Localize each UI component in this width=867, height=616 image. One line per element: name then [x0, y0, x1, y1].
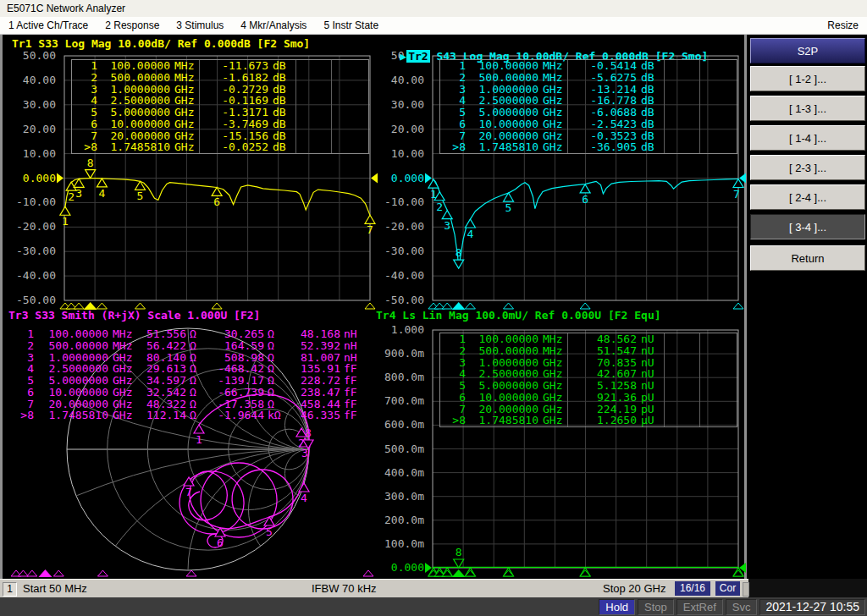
marker-label: 8 — [305, 426, 312, 439]
marker-cell — [699, 60, 733, 72]
marker-cell: 500.00000 — [466, 345, 538, 357]
marker-cell: 1 — [444, 333, 466, 345]
trace-title-tr2-chip: Tr2 — [406, 50, 429, 63]
softkey-2-4[interactable]: [ 2-4 ]... — [750, 184, 865, 210]
trace-title-tr1[interactable]: Tr1 S33 Log Mag 10.00dB/ Ref 0.000dB [F2… — [12, 37, 310, 50]
marker-cell: nU — [637, 380, 664, 392]
marker-cell — [699, 333, 733, 345]
marker-cell — [295, 60, 331, 72]
tr2-ytick: -20.00 — [384, 220, 424, 233]
menu-resize[interactable]: Resize — [827, 19, 859, 31]
softkey-3-4[interactable]: [ 3-4 ]... — [750, 214, 865, 239]
marker-cell: 164.59 — [203, 340, 264, 352]
marker-cell: 20.000000 — [97, 130, 170, 142]
tr1-ytick: -50.00 — [16, 294, 56, 306]
marker-cell: MHz — [538, 345, 567, 357]
correction-badge: Cor — [715, 581, 740, 596]
trace-title-tr3[interactable]: Tr3 S33 Smith (R+jX) Scale 1.000U [F2] — [8, 309, 260, 322]
marker-cell: 500.00000 — [466, 72, 538, 84]
marker-cell: -16.778 — [567, 95, 637, 107]
tr2-marker-3[interactable]: 3 — [442, 211, 452, 232]
menu-response[interactable]: 2 Response — [105, 19, 159, 31]
tr1-marker-6[interactable]: 6 — [212, 187, 222, 208]
start-frequency-label: Start 50 MHz — [23, 582, 87, 595]
tr1-marker-3[interactable]: 3 — [74, 179, 84, 200]
marker-cell — [664, 130, 699, 142]
window-title: E5071C Network Analyzer — [7, 3, 125, 14]
marker-cell: MHz — [538, 60, 567, 72]
softkey-1-2[interactable]: [ 1-2 ]... — [750, 66, 865, 91]
tr4-marker-table: 1100.00000MHz48.562nU2500.00000MHz51.547… — [439, 333, 737, 427]
tr2-marker-row: 2500.00000MHz-5.6275dB — [444, 72, 737, 84]
softkey-return[interactable]: Return — [750, 245, 865, 271]
marker-cell: dB — [637, 84, 664, 96]
marker-cell: 224.19 — [567, 404, 637, 415]
marker-cell: dB — [268, 141, 295, 153]
marker-cell — [664, 141, 699, 153]
menu-mkr-analysis[interactable]: 4 Mkr/Analysis — [240, 19, 306, 31]
marker-cell: 508.98 — [203, 352, 264, 364]
stimulus-marker-icon — [212, 303, 222, 309]
tr2-marker-7[interactable]: 7 — [733, 179, 743, 201]
tr3-marker-1[interactable]: 1 — [194, 425, 204, 446]
tr2-marker-row: 31.0000000GHz-13.214dB — [444, 84, 737, 96]
marker-cell: 100.00000 — [34, 328, 108, 340]
tr4-marker-row: 42.5000000GHz42.607nU — [444, 368, 737, 380]
marker-triangle-icon — [454, 559, 464, 568]
marker-cell: 4 — [444, 95, 466, 107]
tr1-marker-4[interactable]: 4 — [97, 179, 107, 200]
menu-stimulus[interactable]: 3 Stimulus — [176, 19, 224, 31]
marker-cell: GHz — [108, 387, 134, 399]
stimulus-marker-icon — [363, 570, 373, 576]
tr1-marker-8[interactable]: 8 — [86, 157, 96, 179]
marker-cell: GHz — [538, 392, 567, 404]
menu-instr-state[interactable]: 5 Instr State — [323, 19, 378, 31]
tr1-marker-5[interactable]: 5 — [135, 181, 146, 202]
marker-cell: GHz — [538, 118, 567, 130]
marker-cell — [664, 84, 699, 96]
marker-cell: 3 — [75, 84, 97, 96]
softkey-1-3[interactable]: [ 1-3 ]... — [750, 96, 865, 121]
marker-cell — [664, 118, 699, 130]
tr4-ytick: 0.000 — [391, 561, 424, 574]
softkey-1-4[interactable]: [ 1-4 ]... — [750, 125, 865, 151]
tr1-marker-row: 31.0000000GHz-0.2729dB — [75, 84, 368, 96]
menu-active-ch-trace[interactable]: 1 Active Ch/Trace — [8, 19, 88, 31]
marker-cell: fF — [340, 387, 361, 399]
marker-cell — [699, 345, 733, 357]
marker-label: 2 — [436, 201, 443, 213]
tr4-marker-row: 1100.00000MHz48.562nU — [444, 333, 737, 345]
stop-indicator: Stop — [638, 599, 674, 615]
marker-cell: dB — [637, 60, 664, 72]
marker-label: 4 — [301, 492, 307, 504]
marker-cell: 1.7485810 — [466, 415, 538, 426]
marker-cell: dB — [268, 130, 295, 142]
marker-triangle-icon — [97, 179, 107, 187]
window-titlebar: E5071C Network Analyzer — [0, 0, 867, 17]
marker-cell: 20.000000 — [466, 404, 538, 415]
marker-cell — [699, 141, 733, 153]
tr3-marker-row: 31.0000000GHz80.140Ω508.98Ω81.007nH — [14, 352, 369, 364]
tr1-ytick: -40.00 — [16, 269, 56, 282]
tr4-marker-8[interactable]: 8 — [454, 546, 464, 568]
tr2-marker-row: 610.000000GHz-2.5423dB — [444, 118, 737, 130]
marker-cell — [699, 392, 733, 404]
marker-cell: dB — [268, 72, 295, 84]
marker-label: 7 — [185, 486, 192, 498]
marker-cell: GHz — [108, 410, 134, 421]
marker-cell — [664, 107, 699, 118]
marker-cell: GHz — [170, 107, 199, 118]
tr2-marker-5[interactable]: 5 — [504, 193, 514, 214]
softkey-2-3[interactable]: [ 2-3 ]... — [750, 155, 865, 180]
softkey-s2p[interactable]: S2P — [750, 38, 865, 63]
marker-cell: 81.007 — [286, 352, 340, 364]
tr2-marker-8[interactable]: 8 — [454, 246, 464, 268]
tr2-marker-4[interactable]: 4 — [465, 219, 475, 240]
trace-title-tr4[interactable]: Tr4 Ls Lin Mag 100.0mU/ Ref 0.000U [F2 E… — [376, 309, 661, 322]
tr4-marker-row: 55.0000000GHz5.1258nU — [444, 380, 737, 392]
marker-cell — [664, 333, 699, 345]
tr1-marker-1[interactable]: 1 — [60, 206, 70, 228]
tr1-marker-7[interactable]: 7 — [365, 215, 375, 236]
marker-cell: 3 — [14, 352, 34, 364]
instrument-status-bar: Hold Stop ExtRef Svc 2021-12-27 10:55 — [0, 597, 867, 616]
